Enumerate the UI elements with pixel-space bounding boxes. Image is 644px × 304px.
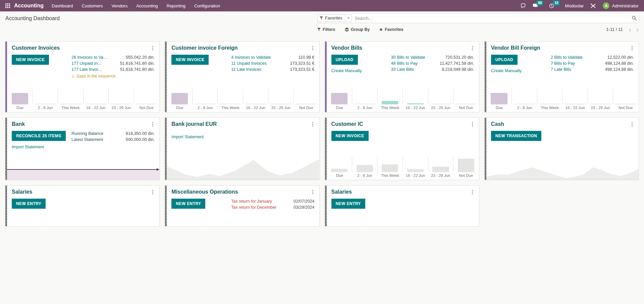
activities-clock-icon[interactable]: 10 xyxy=(549,3,554,8)
stat-label-tax-return-for-january[interactable]: Tax return for January xyxy=(231,199,272,204)
stat-label-2-bills-to-validate[interactable]: 2 Bills to Validate xyxy=(551,55,583,60)
new-entry-button[interactable]: NEW ENTRY xyxy=(12,199,46,209)
chart-bar[interactable] xyxy=(514,104,535,104)
card-menu-button[interactable] xyxy=(151,121,155,128)
chart-bar[interactable] xyxy=(171,93,188,104)
pager-next-button[interactable]: › xyxy=(636,27,639,32)
nav-item-vendors[interactable]: Vendors xyxy=(111,3,127,8)
card-title[interactable]: Salaries xyxy=(331,189,471,195)
card-title[interactable]: Bank xyxy=(12,121,151,127)
chart-bar[interactable] xyxy=(590,104,611,104)
chart-bar[interactable] xyxy=(565,104,586,104)
new-invoice-button[interactable]: NEW INVOICE xyxy=(171,55,209,65)
stat-label-33-late-bills[interactable]: 33 Late Bills xyxy=(391,67,414,72)
new-entry-button[interactable]: NEW ENTRY xyxy=(171,199,205,209)
facet-remove-button[interactable]: × xyxy=(345,15,352,21)
create-manually-link[interactable]: Create Manually xyxy=(331,68,362,73)
company-switcher[interactable]: Modoolar xyxy=(565,3,584,8)
card-menu-button[interactable] xyxy=(151,189,155,195)
stat-label-running-balance[interactable]: Running Balance xyxy=(71,131,103,136)
app-brand[interactable]: Accounting xyxy=(14,3,44,9)
card-menu-button[interactable] xyxy=(630,45,634,51)
chart-bar[interactable] xyxy=(12,93,28,104)
chart-bar[interactable] xyxy=(539,104,560,104)
sequence-gap-warning[interactable]: ⚠Gaps in the sequence xyxy=(71,74,155,79)
chart-bar[interactable] xyxy=(245,104,266,104)
chart-bar[interactable] xyxy=(357,165,373,172)
chart-bar[interactable] xyxy=(458,159,474,172)
card-menu-button[interactable] xyxy=(471,45,474,51)
chart-bar[interactable] xyxy=(432,167,449,172)
new-invoice-button[interactable]: NEW INVOICE xyxy=(12,55,49,65)
card-title[interactable]: Cash xyxy=(491,121,630,127)
messages-icon[interactable]: 88 xyxy=(533,3,538,8)
chart-bar[interactable] xyxy=(382,164,398,172)
chart-bar[interactable] xyxy=(491,93,507,104)
search-input[interactable] xyxy=(352,15,632,22)
stat-label-177-unpaid-in[interactable]: 177 Unpaid In… xyxy=(71,61,102,66)
import-statement-link[interactable]: Import Statement xyxy=(171,135,204,139)
nav-item-accounting[interactable]: Accounting xyxy=(136,3,158,8)
stat-label-48-bills-to-pay[interactable]: 48 Bills to Pay xyxy=(391,61,418,66)
chart-bar[interactable] xyxy=(85,104,106,104)
stat-label-11-unpaid-invoices[interactable]: 11 Unpaid Invoices xyxy=(231,61,266,66)
chart-bar[interactable] xyxy=(220,104,241,104)
chart-bar[interactable] xyxy=(331,93,347,104)
card-menu-button[interactable] xyxy=(311,121,315,128)
stat-label-4-invoices-to-validate[interactable]: 4 Invoices to Validate xyxy=(231,55,271,60)
pager-previous-button[interactable]: ‹ xyxy=(629,27,631,32)
nav-item-configuration[interactable]: Configuration xyxy=(194,3,220,8)
new-transaction-button[interactable]: NEW TRANSACTION xyxy=(491,131,542,141)
stat-label-11-late-invoices[interactable]: 11 Late Invoices xyxy=(231,67,261,72)
card-menu-button[interactable] xyxy=(311,45,315,51)
chart-bar[interactable] xyxy=(194,104,215,104)
chart-bar[interactable] xyxy=(296,104,317,104)
upload-button[interactable]: UPLOAD xyxy=(491,55,518,65)
chart-bar[interactable] xyxy=(331,169,347,172)
chart-bar[interactable] xyxy=(111,104,132,104)
chart-bar[interactable] xyxy=(455,104,477,104)
stat-label-7-late-bills[interactable]: 7 Late Bills xyxy=(551,67,571,72)
stat-label-26-invoices-to-va[interactable]: 26 Invoices to Va… xyxy=(71,55,107,60)
user-menu[interactable]: A Administrator xyxy=(603,2,639,9)
card-menu-button[interactable] xyxy=(630,121,634,128)
stat-label-177-late-invoi[interactable]: 177 Late Invoi… xyxy=(71,67,102,72)
journal-area-chart[interactable] xyxy=(167,156,319,180)
create-manually-link[interactable]: Create Manually xyxy=(491,68,522,73)
card-title[interactable]: Customer Invoices xyxy=(12,45,151,51)
discuss-icon[interactable] xyxy=(521,3,526,8)
nav-item-dashboard[interactable]: Dashboard xyxy=(52,3,73,8)
reconcile-25-items-button[interactable]: RECONCILE 25 ITEMS xyxy=(12,131,66,141)
stat-label-7-bills-to-pay[interactable]: 7 Bills to Pay xyxy=(551,61,575,66)
journal-balance-line-chart[interactable] xyxy=(7,169,159,180)
new-entry-button[interactable]: NEW ENTRY xyxy=(331,199,365,209)
card-menu-button[interactable] xyxy=(471,189,474,195)
stat-label-latest-statement[interactable]: Latest Statement xyxy=(71,137,103,142)
card-menu-button[interactable] xyxy=(471,121,474,128)
chart-bar[interactable] xyxy=(60,104,81,104)
import-statement-link[interactable]: Import Statement xyxy=(12,145,44,149)
search-magnifier-icon[interactable] xyxy=(632,16,638,20)
card-title[interactable]: Vendor Bills xyxy=(331,45,471,51)
filters-button[interactable]: Filters xyxy=(317,27,335,32)
chart-bar[interactable] xyxy=(354,104,375,104)
apps-menu-button[interactable] xyxy=(5,3,10,8)
chart-bar[interactable] xyxy=(615,104,636,104)
card-title[interactable]: Salaries xyxy=(12,189,151,195)
chart-bar[interactable] xyxy=(136,104,157,104)
chart-bar[interactable] xyxy=(430,104,451,104)
nav-item-customers[interactable]: Customers xyxy=(82,3,103,8)
chart-bar[interactable] xyxy=(382,101,398,104)
stat-label-tax-return-for-december[interactable]: Tax return for December xyxy=(231,205,276,210)
new-invoice-button[interactable]: NEW INVOICE xyxy=(331,131,369,141)
card-title[interactable]: Bank journal EUR xyxy=(171,121,311,127)
chart-bar[interactable] xyxy=(35,104,56,104)
group-by-button[interactable]: Group By xyxy=(345,27,370,32)
chart-bar[interactable] xyxy=(270,104,291,104)
chart-bar[interactable] xyxy=(407,169,424,172)
card-title[interactable]: Customer IC xyxy=(331,121,471,127)
journal-area-chart[interactable] xyxy=(486,160,639,180)
card-menu-button[interactable] xyxy=(151,45,155,51)
tools-icon[interactable] xyxy=(590,3,596,8)
favorites-button[interactable]: ★ Favorites xyxy=(379,27,403,32)
